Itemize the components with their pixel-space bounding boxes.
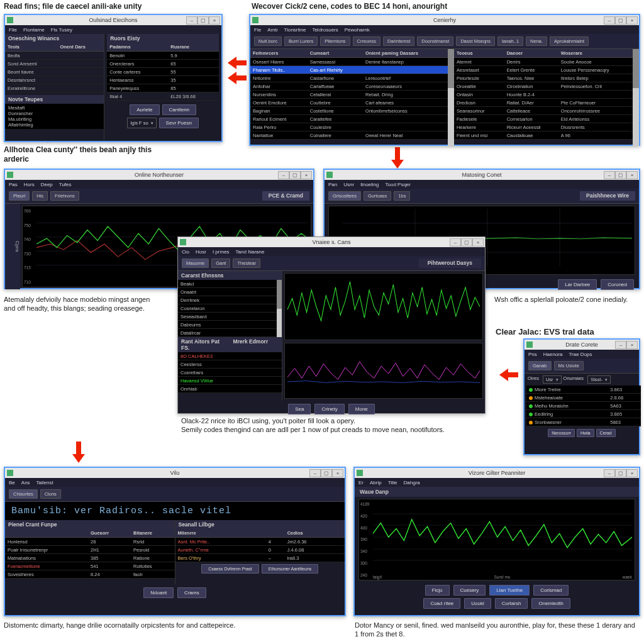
table-row[interactable]: Sronbaesner5863 xyxy=(526,418,641,426)
button[interactable]: Lar Darbee xyxy=(558,279,597,290)
tab[interactable]: Plierntons xyxy=(320,36,350,46)
button[interactable]: Coad ritee xyxy=(423,598,460,609)
table-row[interactable]: Foeracmeitione541Rottoties xyxy=(5,562,175,570)
button[interactable]: Cortarsh xyxy=(495,598,528,609)
list-item[interactable]: Aflatrhintieg xyxy=(8,122,101,128)
table-row[interactable]: Rala PerlroCoulesbre xyxy=(250,123,448,131)
table-row[interactable]: NrtionlreCastarfioneLereoontrlef xyxy=(250,74,448,82)
tab[interactable]: Dasst Mseqns xyxy=(456,36,495,46)
list-item[interactable]: Mesitaft xyxy=(8,105,101,111)
chart-bottom[interactable] xyxy=(284,343,483,399)
tab[interactable]: Nuit.borc xyxy=(254,36,282,46)
table-row[interactable]: Desntahrsnct xyxy=(5,76,104,84)
table-row[interactable]: Fhanarn Titdis..Cas-art Rlehirty xyxy=(250,66,448,74)
scrollbar[interactable] xyxy=(448,49,454,146)
tab[interactable]: Crreonss xyxy=(353,36,380,46)
close-icon[interactable]: × xyxy=(626,341,638,349)
table-row[interactable]: AesretasetEelert GrenteLouuse Perssnenac… xyxy=(454,66,633,74)
table-row[interactable]: Exrairelitrone xyxy=(5,84,104,92)
table-row[interactable]: Msteheaioate2.8.68 xyxy=(526,394,641,402)
table-row[interactable]: DrediosnRatiat. D/AerPte CoFfarneoer xyxy=(454,99,633,107)
table-row[interactable]: Matnabations385Ratione xyxy=(5,554,175,562)
titlebar[interactable]: Vnaiee s. Cans–▢× xyxy=(178,237,485,247)
table-row[interactable]: Onaatrt xyxy=(178,288,277,296)
table-row[interactable]: Eedliring3.865 xyxy=(526,410,641,418)
button[interactable]: Cerad xyxy=(596,429,616,437)
table-row[interactable]: Asnt. Mc Prite..4Jm2.6.36 xyxy=(175,538,345,546)
tab[interactable]: Doonstmanst xyxy=(417,36,453,46)
close-icon[interactable]: × xyxy=(626,469,638,477)
dropdown[interactable]: Igis F so xyxy=(127,118,156,128)
max-icon[interactable]: ▢ xyxy=(289,171,301,179)
dropdown[interactable]: Sisst- xyxy=(587,375,611,384)
tab[interactable]: Mauome xyxy=(182,258,209,268)
tab[interactable]: Friehrons xyxy=(50,191,79,201)
table-row[interactable]: FadieseleCornesarlonEld Antelonss xyxy=(454,115,633,123)
min-icon[interactable]: – xyxy=(604,469,615,477)
min-icon[interactable]: – xyxy=(278,171,289,179)
close-icon[interactable]: × xyxy=(332,469,343,477)
button[interactable]: Corismad xyxy=(533,585,569,596)
button[interactable]: Ficjo xyxy=(425,585,450,596)
tab[interactable]: Gurtoass xyxy=(364,191,391,201)
table-row[interactable]: Bedfa xyxy=(5,52,104,60)
tab[interactable]: Gant xyxy=(211,258,230,268)
table-row[interactable]: Miore Trelne3.863 xyxy=(526,386,641,394)
table-row[interactable]: Havansd VWue xyxy=(178,377,282,385)
table-row[interactable]: PelortesdeTaenos. NieeItrelsrc Belep xyxy=(454,74,633,82)
titlebar[interactable]: Vilo–▢× xyxy=(5,468,345,478)
close-icon[interactable]: × xyxy=(626,171,638,179)
scrollbar[interactable] xyxy=(633,49,639,146)
table-row[interactable]: Datallrcar xyxy=(178,329,277,337)
table-row[interactable]: SeanasorinorCattelieaceOnconrohirrossree xyxy=(454,107,633,115)
min-icon[interactable]: – xyxy=(615,341,626,349)
table-row[interactable]: Paneyelequss85 xyxy=(107,84,219,92)
table-row[interactable]: Fleent und msiCaustalkoaeA 96 xyxy=(454,131,633,140)
list-item[interactable]: Donrancher xyxy=(8,111,101,116)
table-row[interactable]: HearkereRiceurr AceessliDiosrsrents xyxy=(454,123,633,131)
table-row[interactable]: Osnserl HianrsSamessassiDenine Itanstane… xyxy=(250,58,448,66)
button[interactable]: Auriete xyxy=(130,104,159,115)
tab[interactable]: Thestear xyxy=(233,258,260,268)
table-row[interactable]: Oenint EmcitoreCouttebreCart afeames xyxy=(250,99,448,107)
titlebar[interactable]: Cenierhy–▢× xyxy=(250,15,639,25)
table-row[interactable]: Beakd xyxy=(178,280,277,288)
min-icon[interactable]: – xyxy=(450,238,461,247)
tab[interactable]: Pleurl xyxy=(9,191,30,201)
tab[interactable]: Burri Lurers xyxy=(284,36,318,46)
button[interactable]: Llan Tuethe xyxy=(489,585,530,596)
tab[interactable]: Clons xyxy=(40,489,61,499)
close-icon[interactable]: × xyxy=(209,16,220,25)
table-row[interactable]: 8O CALHEKE3 xyxy=(178,352,282,360)
table-row[interactable]: Conte carteres55 xyxy=(107,68,219,76)
button[interactable]: Crinety xyxy=(314,404,344,414)
button[interactable]: Hwla xyxy=(577,429,594,437)
table-row[interactable]: Seseadisard xyxy=(178,313,277,321)
table-row[interactable]: Benotri5.9 xyxy=(107,52,219,60)
table-row[interactable]: Beont tiavee xyxy=(5,68,104,76)
max-icon[interactable]: ▢ xyxy=(615,16,626,25)
tab[interactable]: Ganab xyxy=(528,361,552,370)
table-row[interactable]: OroeattieCircelmationPelndessoefon. Cril xyxy=(454,82,633,91)
tab[interactable]: Nena. xyxy=(526,36,547,46)
button[interactable]: Ethorsoner Aanitleuns xyxy=(262,564,319,574)
table-row[interactable]: OntasinHoonte B.2-4 xyxy=(454,91,633,99)
table-row[interactable]: Ceesterss xyxy=(178,360,282,369)
tab[interactable]: Darintemst xyxy=(383,36,414,46)
tab[interactable]: Ms Usiote xyxy=(554,361,584,370)
table-row[interactable]: AtemntDenirsSoobe Anocoe xyxy=(454,58,633,66)
min-icon[interactable]: – xyxy=(604,171,615,179)
button[interactable]: Nerossorr xyxy=(548,429,575,437)
button[interactable]: Crams xyxy=(177,587,206,598)
max-icon[interactable]: ▢ xyxy=(615,469,626,477)
table-row[interactable]: Onrhiab xyxy=(178,385,282,393)
close-icon[interactable]: × xyxy=(472,238,484,247)
table-row[interactable]: Aoneth. C"rrne0J.4.6.08 xyxy=(175,546,345,554)
chart[interactable]: 4189420400390340300240 taig/tSund mowaek xyxy=(358,499,635,580)
close-icon[interactable]: × xyxy=(301,171,312,179)
max-icon[interactable]: ▢ xyxy=(615,171,626,179)
max-icon[interactable]: ▢ xyxy=(461,238,472,247)
min-icon[interactable]: – xyxy=(186,16,197,25)
table-row[interactable]: Sovestheres8.24faoh xyxy=(5,570,175,579)
min-icon[interactable]: – xyxy=(604,16,615,25)
